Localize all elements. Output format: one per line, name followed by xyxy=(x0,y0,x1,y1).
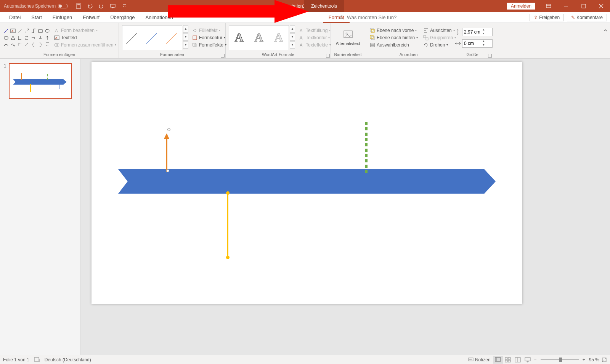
bring-forward-button[interactable]: Ebene nach vorne▾ xyxy=(368,27,419,34)
green-dotted-line-shape[interactable] xyxy=(365,122,368,172)
spin-up-icon[interactable]: ▲ xyxy=(481,28,486,32)
normal-view-icon[interactable] xyxy=(493,356,503,364)
zoom-level[interactable]: 95 % xyxy=(589,357,599,362)
slide[interactable] xyxy=(92,62,522,304)
wa-preset-2[interactable]: A xyxy=(254,30,263,45)
shape-brace-r-icon[interactable] xyxy=(37,42,43,48)
tab-animations[interactable]: Animationen xyxy=(140,12,178,23)
alt-text-button[interactable]: Alternativtext xyxy=(334,30,362,46)
gallery-down-icon[interactable]: ▼ xyxy=(183,33,188,41)
orange-arrow-shape[interactable] xyxy=(165,134,168,172)
wa-preset-3[interactable]: A xyxy=(274,30,283,45)
shape-line-icon[interactable] xyxy=(3,28,9,34)
height-input[interactable]: ▲▼ xyxy=(462,28,493,36)
yellow-line-shape[interactable] xyxy=(227,193,228,258)
undo-icon[interactable] xyxy=(87,3,93,9)
gallery-up-icon[interactable]: ▲ xyxy=(183,25,188,33)
maximize-icon[interactable] xyxy=(575,0,592,12)
dialog-launcher-icon[interactable] xyxy=(326,54,330,58)
shape-l-icon[interactable] xyxy=(17,35,23,41)
shape-brace-l-icon[interactable] xyxy=(30,42,37,48)
blue-line-shape[interactable] xyxy=(442,193,442,225)
slideshow-icon[interactable] xyxy=(110,3,116,9)
wa-down-icon[interactable]: ▼ xyxy=(290,33,295,41)
tab-file[interactable]: Datei xyxy=(4,12,26,23)
shape-fill-button[interactable]: Fülleffekt▾ xyxy=(191,27,228,34)
spellcheck-icon[interactable] xyxy=(34,357,40,362)
tab-transitions[interactable]: Übergänge xyxy=(105,12,140,23)
tab-insert[interactable]: Einfügen xyxy=(47,12,77,23)
wa-more-icon[interactable]: ▾ xyxy=(290,41,295,49)
thumb-preview[interactable] xyxy=(9,63,72,99)
toggle-off-icon[interactable] xyxy=(58,4,68,8)
tab-design[interactable]: Entwurf xyxy=(77,12,105,23)
shape-up-icon[interactable] xyxy=(44,35,50,41)
fit-to-window-icon[interactable] xyxy=(602,357,607,362)
gallery-more-icon[interactable]: ▾ xyxy=(183,41,188,49)
slide-indicator[interactable]: Folie 1 von 1 xyxy=(3,357,29,362)
send-backward-button[interactable]: Ebene nach hinten▾ xyxy=(368,35,419,41)
shape-effects-button[interactable]: Formeffekte▾ xyxy=(191,42,228,48)
merge-shapes-button[interactable]: Formen zusammenführen▾ xyxy=(53,42,118,48)
shape-arrow2-icon[interactable] xyxy=(30,35,37,41)
text-outline-button[interactable]: ATextkontur▾ xyxy=(297,35,332,41)
shape-free-icon[interactable] xyxy=(10,42,16,48)
slideshow-view-icon[interactable] xyxy=(523,356,533,364)
comments-button[interactable]: ✎Kommentare xyxy=(567,14,607,21)
style-preset-1[interactable] xyxy=(125,30,140,45)
shape-outline-button[interactable]: Formkontur▾ xyxy=(191,35,228,41)
slide-thumbnails-pane[interactable]: 1 xyxy=(0,59,81,355)
notes-button[interactable]: Notizen xyxy=(466,357,493,362)
reading-view-icon[interactable] xyxy=(513,356,523,364)
close-icon[interactable] xyxy=(592,0,610,12)
slide-canvas[interactable] xyxy=(81,59,610,355)
shape-arc-icon[interactable] xyxy=(17,42,23,48)
shape-z-icon[interactable] xyxy=(24,35,30,41)
wordart-gallery[interactable]: A A A xyxy=(229,25,289,50)
shape-line2-icon[interactable] xyxy=(17,28,23,34)
collapse-ribbon-icon[interactable] xyxy=(602,27,608,34)
zoom-out-icon[interactable]: − xyxy=(534,357,537,362)
shape-gallery[interactable]: A xyxy=(3,28,50,48)
shape-style-gallery[interactable] xyxy=(122,25,182,50)
shape-down-icon[interactable] xyxy=(37,35,43,41)
tab-home[interactable]: Start xyxy=(26,12,47,23)
shape-arrow-icon[interactable] xyxy=(24,28,30,34)
selection-handle[interactable] xyxy=(166,169,169,172)
language-indicator[interactable]: Deutsch (Deutschland) xyxy=(45,357,91,362)
shape-more-icon[interactable] xyxy=(44,42,50,48)
sorter-view-icon[interactable] xyxy=(503,356,513,364)
edit-shape-button[interactable]: Form bearbeiten▾ xyxy=(53,27,118,34)
shape-rect-icon[interactable] xyxy=(37,28,43,34)
save-icon[interactable] xyxy=(75,3,82,9)
slide-thumbnail[interactable]: 1 xyxy=(4,63,80,99)
width-input[interactable]: ▲▼ xyxy=(462,39,493,48)
dialog-launcher-icon[interactable] xyxy=(488,54,492,58)
shape-triangle-icon[interactable] xyxy=(10,35,16,41)
shape-textbox-icon[interactable]: A xyxy=(10,28,16,34)
zoom-in-icon[interactable]: + xyxy=(583,357,585,362)
spin-up-icon[interactable]: ▲ xyxy=(481,40,486,43)
style-preset-2[interactable] xyxy=(144,30,160,45)
autosave-toggle[interactable]: Automatisches Speichern xyxy=(4,3,68,9)
text-effects-button[interactable]: ATexteffekte▾ xyxy=(297,42,332,48)
minimize-icon[interactable] xyxy=(557,0,575,12)
share-button[interactable]: ⇪Freigeben xyxy=(530,14,564,21)
spin-down-icon[interactable]: ▼ xyxy=(481,43,486,47)
signin-button[interactable]: Anmelden xyxy=(507,3,535,10)
shape-roundrect-icon[interactable] xyxy=(3,35,9,41)
ribbon-display-icon[interactable] xyxy=(540,0,557,12)
wa-up-icon[interactable]: ▲ xyxy=(290,25,295,33)
shape-curve-icon[interactable] xyxy=(3,42,9,48)
style-preset-3[interactable] xyxy=(164,30,180,45)
selection-pane-button[interactable]: Auswahlbereich xyxy=(368,42,419,48)
shape-oval-icon[interactable] xyxy=(44,28,50,34)
dialog-launcher-icon[interactable] xyxy=(221,54,225,58)
qat-more-icon[interactable] xyxy=(121,3,127,9)
chevron-arrow-shape[interactable] xyxy=(118,169,496,194)
redo-icon[interactable] xyxy=(98,3,104,9)
shape-dline-icon[interactable] xyxy=(24,42,30,48)
wa-preset-1[interactable]: A xyxy=(234,30,243,45)
textbox-button[interactable]: ATextfeld xyxy=(53,35,118,41)
spin-down-icon[interactable]: ▼ xyxy=(481,32,486,36)
